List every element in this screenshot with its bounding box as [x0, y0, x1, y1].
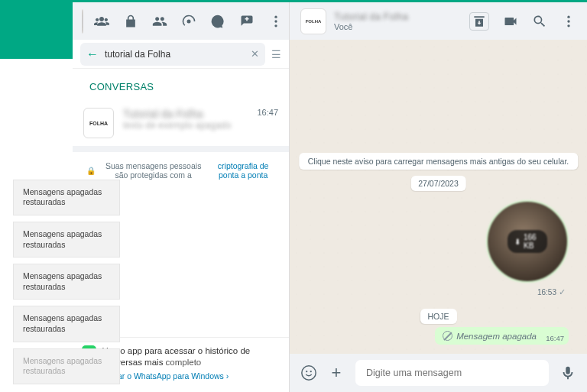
- chat-title: Tutorial da Folha: [123, 108, 248, 120]
- emoji-icon[interactable]: [300, 364, 317, 381]
- svg-point-8: [306, 371, 307, 372]
- conversation-header[interactable]: FOLHA Tutorial da Folha Você: [290, 2, 587, 40]
- conversation-title: Tutorial da Folha: [334, 11, 408, 22]
- chat-time: 16:47: [257, 108, 278, 138]
- conversation-menu-icon[interactable]: [561, 14, 576, 29]
- search-conversation-icon[interactable]: [532, 14, 547, 29]
- message-time: 16:53: [537, 288, 556, 296]
- sidebar-header: [73, 2, 289, 40]
- svg-point-2: [274, 20, 277, 22]
- svg-point-4: [567, 15, 569, 18]
- clear-search-icon[interactable]: ✕: [251, 48, 259, 60]
- message-input[interactable]: [355, 360, 549, 386]
- message-time: 16:47: [546, 334, 564, 342]
- lock-icon[interactable]: [123, 14, 138, 29]
- sent-check-icon: ✓: [559, 287, 566, 297]
- download-badge[interactable]: ⬇ 166 KB: [508, 230, 547, 253]
- load-older-notice[interactable]: Clique neste aviso para carregar mensage…: [299, 153, 578, 170]
- chat-list-item[interactable]: FOLHA Tutorial da Folha texto de exemplo…: [73, 100, 289, 146]
- svg-point-6: [567, 24, 569, 27]
- profile-avatar[interactable]: [82, 9, 83, 34]
- encryption-link[interactable]: criptografia de ponta a ponta: [211, 161, 275, 180]
- status-icon[interactable]: [181, 14, 196, 29]
- new-chat-icon[interactable]: [239, 14, 255, 29]
- toast-item: Mensagens apagadas restauradas: [13, 222, 120, 258]
- toast-item: Mensagens apagadas restauradas: [13, 348, 120, 384]
- svg-point-1: [274, 15, 277, 18]
- conversation-pane: FOLHA Tutorial da Folha Você Clique nest…: [290, 2, 587, 392]
- date-chip: HOJE: [420, 309, 456, 324]
- lock-small-icon: 🔒: [86, 167, 96, 175]
- toast-item: Mensagens apagadas restauradas: [13, 264, 120, 300]
- toast-item: Mensagens apagadas restauradas: [13, 306, 120, 342]
- download-icon: ⬇: [514, 238, 521, 246]
- outgoing-media-message[interactable]: ⬇ 166 KB 16:53 ✓: [477, 200, 569, 297]
- archive-icon[interactable]: [469, 12, 489, 31]
- svg-point-9: [310, 371, 312, 372]
- toast-stack: Mensagens apagadas restauradas Mensagens…: [13, 180, 120, 384]
- chat-avatar: FOLHA: [83, 108, 114, 138]
- search-back-icon[interactable]: ←: [86, 47, 99, 61]
- date-chip: 27/07/2023: [410, 176, 466, 191]
- search-input[interactable]: [105, 49, 245, 60]
- svg-point-7: [302, 366, 316, 380]
- menu-icon[interactable]: [268, 14, 284, 29]
- deleted-message: Mensagem apagada 16:47: [435, 327, 569, 345]
- svg-point-0: [187, 19, 191, 23]
- conversation-subtitle: Você: [334, 22, 408, 31]
- composer: +: [290, 354, 587, 392]
- search-bar: ← ✕ ☰: [73, 40, 289, 69]
- filter-icon[interactable]: ☰: [271, 48, 281, 60]
- blocked-icon: [443, 331, 452, 341]
- toast-item: Mensagens apagadas restauradas: [13, 180, 120, 215]
- community-icon[interactable]: [94, 14, 109, 29]
- svg-point-3: [274, 24, 277, 27]
- video-call-icon[interactable]: [503, 14, 518, 29]
- channels-icon[interactable]: [210, 14, 225, 29]
- mic-icon[interactable]: [559, 364, 576, 381]
- section-header-conversas: CONVERSAS: [73, 69, 289, 100]
- group-icon[interactable]: [152, 14, 167, 29]
- message-area[interactable]: Clique neste aviso para carregar mensage…: [290, 40, 587, 354]
- conversation-avatar: FOLHA: [300, 8, 326, 34]
- svg-point-5: [567, 20, 569, 22]
- attach-icon[interactable]: +: [328, 364, 345, 381]
- chat-subtitle: texto de exemplo apagado: [123, 120, 248, 131]
